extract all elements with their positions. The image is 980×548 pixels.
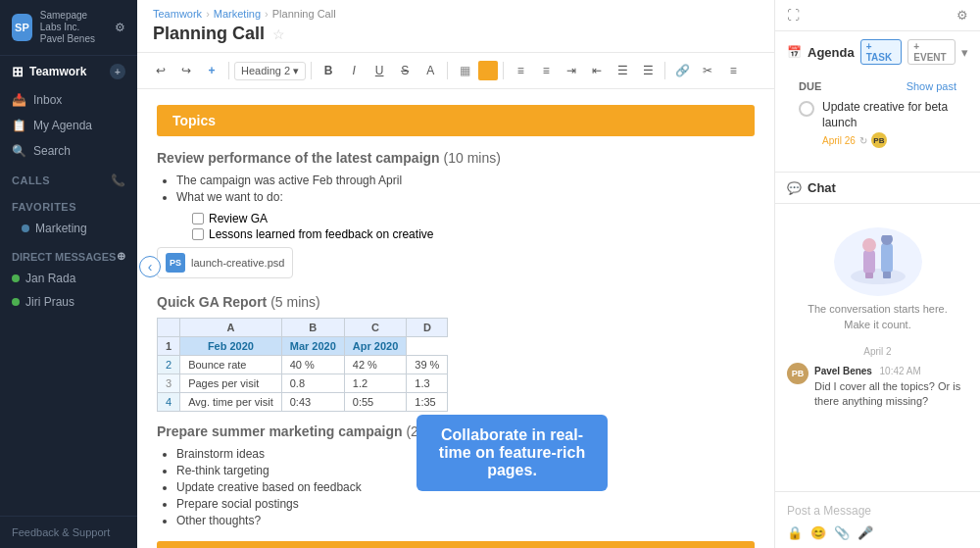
- table-row: 3 Pages per visit 0.8 1.2 1.3: [158, 374, 448, 393]
- sidebar-item-inbox[interactable]: 📥 Inbox: [0, 87, 137, 113]
- due-section: Due Show past Update creative for beta l…: [787, 73, 968, 164]
- svg-rect-2: [881, 243, 893, 273]
- chat-sender-name: Pavel Benes: [814, 366, 872, 376]
- chat-emoji-icon[interactable]: 😊: [810, 525, 826, 540]
- breadcrumb-marketing[interactable]: Marketing: [214, 8, 261, 20]
- table-header-b: B: [281, 319, 344, 337]
- toolbar-undo-btn[interactable]: ↩: [149, 59, 172, 82]
- chat-message-text: Did I cover all the topics? Or is there …: [814, 379, 968, 410]
- toolbar-code-btn[interactable]: ✂: [696, 59, 719, 82]
- chat-title: Chat: [808, 180, 836, 195]
- toolbar-sep-4: [503, 62, 504, 79]
- svg-point-3: [862, 238, 876, 252]
- toolbar-indent-btn[interactable]: ⇥: [560, 59, 583, 82]
- online-dot: [12, 298, 20, 306]
- task-avatar: PB: [871, 132, 887, 148]
- editor-toolbar: ↩ ↪ + Heading 2 ▾ B I U S A ▦ ≡ ≡ ⇥ ⇤ ☰ …: [137, 53, 774, 89]
- sidebar-item-marketing[interactable]: Marketing: [0, 217, 137, 240]
- team-icon: ⊞: [12, 64, 24, 79]
- svg-point-4: [881, 235, 893, 245]
- chat-input-placeholder[interactable]: Post a Message: [787, 500, 968, 522]
- toolbar-align-right-btn[interactable]: ☰: [636, 59, 660, 82]
- right-settings-icon[interactable]: ⚙: [956, 8, 968, 23]
- table-col-feb: Feb 2020: [180, 337, 282, 356]
- toolbar-heading-dropdown[interactable]: Heading 2 ▾: [234, 62, 306, 80]
- sidebar-settings-icon[interactable]: ⚙: [115, 21, 125, 34]
- sidebar-item-my-agenda[interactable]: 📋 My Agenda: [0, 113, 137, 138]
- filter-icon[interactable]: ▾: [961, 45, 968, 60]
- show-past-link[interactable]: Show past: [906, 80, 956, 92]
- table-col-1: 1: [158, 337, 180, 356]
- fullscreen-icon[interactable]: ⛶: [787, 8, 800, 23]
- toolbar-strikethrough-btn[interactable]: S: [393, 59, 416, 82]
- reports-bar: Reports: [157, 541, 755, 548]
- file-attachment[interactable]: PS launch-creative.psd: [157, 247, 293, 278]
- list-item: Review GA: [192, 212, 755, 225]
- toolbar-underline-btn[interactable]: U: [368, 59, 391, 82]
- list-item: Lessons learned from feedback on creativ…: [192, 227, 755, 241]
- task-date: April 26: [822, 135, 856, 146]
- add-team-icon[interactable]: +: [110, 64, 125, 79]
- list-item: Prepare social postings: [176, 497, 755, 511]
- toolbar-table-btn[interactable]: ▦: [453, 59, 476, 82]
- dm-section-header: Direct messages ⊕: [0, 240, 137, 267]
- task-checkbox[interactable]: [799, 101, 814, 117]
- sidebar-dm-jan-rada[interactable]: Jan Rada: [0, 267, 137, 290]
- breadcrumb-teamwork[interactable]: Teamwork: [153, 8, 202, 20]
- dm-add-icon[interactable]: ⊕: [117, 250, 125, 263]
- toolbar-add-btn[interactable]: +: [200, 59, 223, 82]
- search-icon: 🔍: [12, 144, 25, 158]
- inbox-icon: 📥: [12, 93, 25, 107]
- toolbar-redo-btn[interactable]: ↪: [174, 59, 198, 82]
- toolbar-sep-3: [447, 62, 448, 79]
- chat-lock-icon: 🔒: [787, 525, 803, 540]
- chat-messages: The conversation starts here. Make it co…: [775, 204, 980, 491]
- toolbar-align-center-btn[interactable]: ☰: [611, 59, 634, 82]
- add-task-tag[interactable]: + TASK: [860, 39, 903, 65]
- sidebar-footer: Feedback & Support: [0, 516, 137, 548]
- due-title: Due: [799, 80, 821, 92]
- section-1-nested: Review GA Lessons learned from feedback …: [192, 212, 755, 241]
- sidebar-item-search[interactable]: 🔍 Search: [0, 138, 137, 164]
- checkbox-review-ga[interactable]: [192, 213, 204, 224]
- table-row: 2 Bounce rate 40 % 42 % 39 %: [158, 356, 448, 374]
- toolbar-bold-btn[interactable]: B: [317, 59, 340, 82]
- due-header: Due Show past: [799, 80, 956, 92]
- sidebar-team-item[interactable]: ⊞ Teamwork +: [0, 56, 137, 87]
- file-icon: PS: [166, 253, 185, 273]
- sidebar-dm-jiri-praus[interactable]: Jiri Praus: [0, 290, 137, 314]
- toolbar-outdent-btn[interactable]: ⇤: [585, 59, 609, 82]
- add-event-tag[interactable]: + EVENT: [907, 39, 956, 65]
- calls-icon: 📞: [111, 174, 126, 187]
- chat-mic-icon[interactable]: 🎤: [858, 525, 873, 540]
- section-1-bullets: The campaign was active Feb through Apri…: [176, 174, 755, 204]
- section-2-title: Quick GA Report (5 mins): [157, 294, 755, 310]
- chat-attachment-icon[interactable]: 📎: [834, 525, 850, 540]
- favorites-section-header: Favorites: [0, 191, 137, 217]
- toolbar-link-btn[interactable]: 🔗: [670, 59, 694, 82]
- toolbar-align-btn[interactable]: ≡: [534, 59, 558, 82]
- checkbox-lessons[interactable]: [192, 228, 204, 240]
- calendar-icon: 📅: [787, 45, 802, 59]
- prev-nav-arrow[interactable]: ‹: [139, 256, 161, 277]
- chat-input-icons: 🔒 😊 📎 🎤: [787, 525, 968, 540]
- page-title-row: Planning Call ☆: [153, 24, 759, 52]
- ga-data-table: A B C D 1 Feb 2020 Mar 2020 Apr 2020 2 B…: [157, 318, 448, 412]
- chat-message-item: PB Pavel Benes 10:42 AM Did I cover all …: [787, 363, 968, 410]
- toolbar-color-btn[interactable]: [478, 61, 498, 80]
- feedback-link[interactable]: Feedback & Support: [12, 526, 125, 538]
- chat-illustration: [834, 227, 922, 296]
- agenda-title: Agenda: [808, 45, 855, 60]
- breadcrumb: Teamwork › Marketing › Planning Call: [153, 8, 759, 20]
- toolbar-italic-btn[interactable]: I: [342, 59, 366, 82]
- task-meta: April 26 ↻ PB: [822, 132, 956, 148]
- topics-bar: Topics: [157, 105, 755, 136]
- favorite-star-icon[interactable]: ☆: [272, 26, 285, 42]
- sidebar-logo: SP Samepage Labs Inc. Pavel Benes ⚙: [0, 0, 137, 56]
- svg-rect-5: [865, 273, 873, 278]
- chat-input-area[interactable]: Post a Message 🔒 😊 📎 🎤: [775, 491, 980, 548]
- toolbar-more-btn[interactable]: ≡: [721, 59, 745, 82]
- toolbar-font-btn[interactable]: A: [418, 59, 442, 82]
- toolbar-list-btn[interactable]: ≡: [509, 59, 532, 82]
- chat-date-divider: April 2: [787, 346, 968, 357]
